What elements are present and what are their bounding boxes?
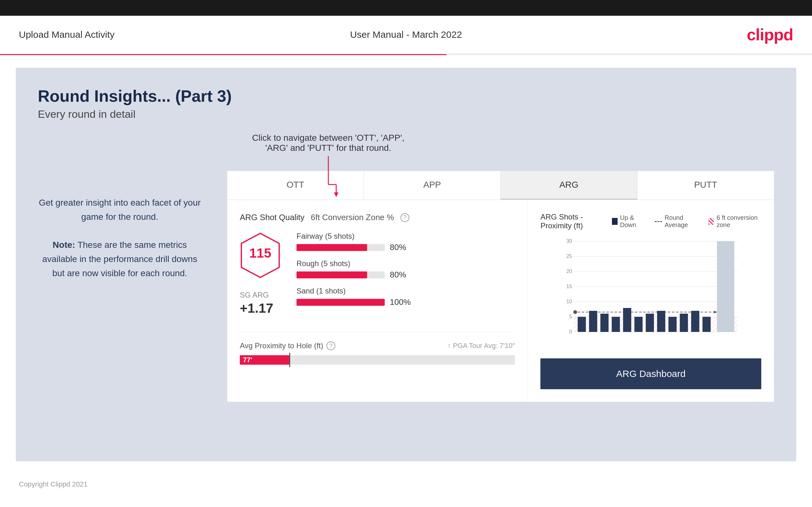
legend-convzone-icon — [708, 218, 714, 225]
proximity-header: Avg Proximity to Hole (ft) ? ↑ PGA Tour … — [240, 341, 515, 350]
shot-row-rough: Rough (5 shots) 80% — [297, 259, 515, 280]
bar-last — [717, 241, 734, 332]
hexagon-container: 115 SG ARG +1.17 — [240, 232, 281, 316]
bar-2 — [589, 311, 597, 332]
shot-bars: Fairway (5 shots) 80% Rough — [297, 232, 515, 314]
left-description: Get greater insight into each facet of y… — [38, 196, 202, 281]
sg-value: +1.17 — [240, 301, 281, 316]
chart-title: ARG Shots - Proximity (ft) — [541, 213, 612, 230]
legend-convzone-label: 6 ft conversion zone — [716, 214, 761, 229]
bar-1 — [578, 317, 586, 332]
pga-tour-avg: ↑ PGA Tour Avg: 7'10" — [447, 342, 515, 350]
rough-pct: 80% — [390, 270, 412, 280]
fairway-bar-track — [297, 244, 385, 251]
footer: Copyright Clippd 2021 — [0, 474, 812, 495]
legend-roundavg-icon — [655, 221, 662, 222]
sg-label: SG ARG — [240, 291, 281, 299]
hexagon-score: 115 — [249, 246, 271, 261]
arg-chart: 30 25 20 15 10 5 0 — [541, 236, 761, 350]
annotation-line1: Click to navigate between 'OTT', 'APP', — [252, 133, 405, 143]
proximity-help-icon[interactable]: ? — [326, 341, 335, 350]
shot-row-sand: Sand (1 shots) 100% — [297, 287, 515, 307]
bar-8 — [657, 311, 665, 332]
copyright: Copyright Clippd 2021 — [19, 480, 88, 488]
svg-point-24 — [573, 310, 577, 314]
bar-4 — [612, 317, 620, 332]
fairway-label: Fairway (5 shots) — [297, 232, 515, 240]
header-accent — [0, 54, 812, 55]
header: Upload Manual Activity User Manual - Mar… — [0, 16, 812, 54]
help-icon[interactable]: ? — [401, 213, 409, 222]
legend-convzone: 6 ft conversion zone — [708, 214, 761, 229]
chart-header: ARG Shots - Proximity (ft) Up & Down Rou… — [541, 213, 761, 230]
rough-bar-track — [297, 272, 385, 278]
svg-text:20: 20 — [566, 269, 572, 274]
proximity-bar-track: 77' — [240, 355, 515, 365]
arg-dashboard-button[interactable]: ARG Dashboard — [541, 358, 761, 389]
proximity-bar-fill: 77' — [240, 355, 289, 365]
sand-bar-track — [297, 299, 385, 306]
tab-putt[interactable]: PUTT — [638, 171, 774, 200]
legend-updown: Up & Down — [612, 214, 645, 229]
conversion-label: 6ft Conversion Zone % — [311, 213, 394, 222]
chart-area: 30 25 20 15 10 5 0 — [541, 236, 761, 352]
shot-row-fairway: Fairway (5 shots) 80% — [297, 232, 515, 252]
svg-text:10: 10 — [566, 299, 572, 304]
sand-bar-fill — [297, 299, 385, 306]
annotation-line2: 'ARG' and 'PUTT' for that round. — [252, 143, 405, 153]
sand-label: Sand (1 shots) — [297, 287, 515, 295]
insights-card: OTT APP ARG PUTT ARG Shot Quality 6ft Co… — [227, 171, 774, 402]
arg-quality-header: ARG Shot Quality 6ft Conversion Zone % ? — [240, 213, 515, 222]
score-area: 115 SG ARG +1.17 — [240, 232, 515, 316]
legend-updown-label: Up & Down — [620, 214, 645, 229]
top-bar — [0, 0, 812, 16]
arg-shot-quality-label: ARG Shot Quality — [240, 213, 304, 222]
svg-marker-3 — [334, 192, 339, 197]
svg-text:0: 0 — [569, 329, 572, 334]
bar-3 — [601, 314, 609, 332]
nav-annotation: Click to navigate between 'OTT', 'APP', … — [252, 133, 405, 197]
bar-11 — [691, 311, 700, 332]
main-content: Round Insights... (Part 3) Every round i… — [16, 68, 796, 461]
proximity-label: Avg Proximity to Hole (ft) ? — [240, 341, 335, 350]
rough-label: Rough (5 shots) — [297, 259, 515, 268]
fairway-bar-fill — [297, 244, 367, 251]
proximity-section: Avg Proximity to Hole (ft) ? ↑ PGA Tour … — [240, 332, 515, 365]
rough-bar-fill — [297, 272, 367, 278]
legend-updown-icon — [612, 218, 617, 225]
nav-arrow — [313, 156, 344, 197]
clippd-logo: clippd — [747, 25, 793, 44]
svg-text:30: 30 — [566, 238, 572, 244]
bar-10 — [680, 314, 688, 332]
sand-pct: 100% — [390, 297, 412, 307]
proximity-value: 77' — [243, 356, 252, 364]
document-title: User Manual - March 2022 — [350, 29, 462, 40]
card-right-panel: ARG Shots - Proximity (ft) Up & Down Rou… — [528, 200, 774, 402]
sg-area: SG ARG +1.17 — [240, 291, 281, 316]
section-subtitle: Every round in detail — [38, 108, 774, 120]
section-title: Round Insights... (Part 3) — [38, 87, 774, 106]
svg-rect-20 — [574, 317, 738, 332]
upload-manual-link[interactable]: Upload Manual Activity — [19, 29, 115, 40]
hexagon-svg: 115 — [240, 232, 281, 279]
bar-9 — [669, 317, 677, 332]
left-panel: Get greater insight into each facet of y… — [38, 133, 202, 402]
tab-arg[interactable]: ARG — [501, 171, 638, 200]
svg-text:5: 5 — [569, 314, 572, 319]
bar-7 — [646, 314, 654, 332]
bar-5 — [623, 308, 631, 332]
legend-roundavg-label: Round Average — [665, 214, 699, 229]
chart-legend: Up & Down Round Average 6 ft conversion … — [612, 214, 761, 229]
proximity-marker — [289, 353, 290, 367]
fairway-pct: 80% — [390, 242, 412, 252]
svg-text:25: 25 — [566, 253, 572, 259]
legend-roundavg: Round Average — [655, 214, 699, 229]
card-left-panel: ARG Shot Quality 6ft Conversion Zone % ?… — [227, 200, 528, 402]
svg-text:15: 15 — [566, 284, 572, 289]
bar-6 — [635, 317, 643, 332]
bar-12 — [703, 317, 711, 332]
